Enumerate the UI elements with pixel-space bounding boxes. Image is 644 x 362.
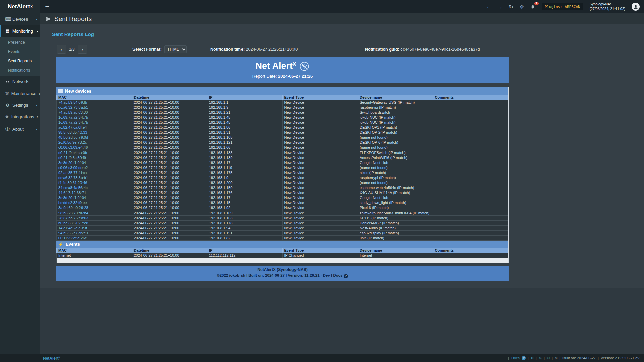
mac-link[interactable]: d0:21:f9:b4:ca:0b xyxy=(58,150,87,155)
table-cell: ac:82:47:ca:0f:e4 xyxy=(57,125,132,130)
table-cell xyxy=(433,100,508,105)
table-row: c0:06:c3:09:de:e22024-06-27 21:25:21+10:… xyxy=(57,165,508,170)
table-row: 1c:69:7a:a2:34:7b2024-06-27 21:25:21+10:… xyxy=(57,120,508,125)
docs-help-icon[interactable]: ? xyxy=(344,274,348,278)
table-cell: 192.168.1.82 xyxy=(207,236,283,241)
format-label: Select Format: xyxy=(132,47,162,52)
bug-report-icon[interactable]: ❄ xyxy=(531,356,534,360)
table-cell: dc:a6:32:73:8a:b1 xyxy=(57,175,132,180)
table-cell: 192.168.1.200 xyxy=(207,180,283,185)
table-cell: (name not found) xyxy=(358,145,433,150)
sent-reports-log-link[interactable]: Sent Reports Log xyxy=(40,24,94,37)
user-avatar[interactable] xyxy=(632,3,640,11)
mac-link[interactable]: d0:21:f9:8c:59:f9 xyxy=(58,156,86,160)
sidebar-item-integrations[interactable]: ❖ Integrations ‹ xyxy=(0,111,40,123)
mac-link[interactable]: c0:06:c3:09:e4:46 xyxy=(58,145,88,149)
notification-count-badge: 7 xyxy=(534,2,539,5)
chevron-left-icon: ‹ xyxy=(37,115,38,119)
table-cell: b0:be:83:51:77:e8 xyxy=(57,221,132,226)
table-cell: 3c:8d:20:f1:9f:04 xyxy=(57,160,132,165)
table-cell xyxy=(433,105,508,110)
app-logo[interactable]: NetAlertX xyxy=(0,0,40,13)
table-cell: 192.168.1.138 xyxy=(207,150,283,155)
sidebar-toggle-button[interactable]: ☰ xyxy=(40,0,54,13)
sidebar-item-network[interactable]: ☷ Network xyxy=(0,76,40,87)
next-page-button[interactable]: › xyxy=(78,45,87,54)
sidebar-item-label: About xyxy=(12,127,24,132)
mac-link[interactable]: 1c:69:7a:a2:34:7b xyxy=(58,120,88,124)
docs-link[interactable]: Docs xyxy=(511,356,520,360)
table-cell: 2024-06-27 21:25:21+10:00 xyxy=(132,180,207,185)
brand-sup: X xyxy=(30,5,33,9)
table-cell: 2024-06-27 21:25:21+10:00 xyxy=(132,226,207,231)
prev-page-button[interactable]: ‹ xyxy=(57,45,66,54)
mac-link[interactable]: 28:87:ba:76:ed:03 xyxy=(58,216,88,220)
blank-row xyxy=(57,258,508,263)
github-icon[interactable]: ⊛ xyxy=(539,356,542,360)
mac-link[interactable]: 2c:f0:5d:9e:73:2c xyxy=(58,140,87,144)
table-cell: 192.168.1.9 xyxy=(207,175,283,180)
sidebar: ⌨ Devices ‹ ▦ Monitoring ‹ Presence Even… xyxy=(0,13,40,354)
sidebar-item-devices[interactable]: ⌨ Devices ‹ xyxy=(0,13,40,25)
mac-link[interactable]: 98:5f:d3:d5:40:33 xyxy=(58,130,87,134)
mac-link[interactable]: 58:b6:23:70:d6:b4 xyxy=(58,211,88,215)
sidebar-item-monitoring[interactable]: ▦ Monitoring ‹ xyxy=(0,25,40,37)
mac-link[interactable]: 74:ac:b9:54:09:fb xyxy=(58,100,87,104)
table-row: ac:82:47:ca:0f:e42024-06-27 21:25:21+10:… xyxy=(57,125,508,130)
mac-link[interactable]: 1c:69:7a:a2:34:7b xyxy=(58,115,88,119)
sidebar-item-notifications[interactable]: Notifications xyxy=(0,66,40,75)
report-table: MACDatetimeIPEvent TypeDevice nameCommen… xyxy=(56,95,508,241)
sidebar-item-settings[interactable]: ⚙ Settings ‹ xyxy=(0,99,40,111)
refresh-button[interactable]: ↻ xyxy=(509,4,514,9)
mac-link[interactable]: 3a:9d:69:e0:29:28 xyxy=(58,206,88,210)
notification-guid-label: Notification guid: xyxy=(365,47,399,52)
table-row: 3c:8d:20:f1:9f:042024-06-27 21:25:21+10:… xyxy=(57,195,508,200)
mac-link[interactable]: 94:b5:55:c7:cb:e0 xyxy=(58,231,88,235)
back-button[interactable]: ← xyxy=(486,4,491,9)
mac-link[interactable]: 3c:8d:20:f1:9f:04 xyxy=(58,196,86,200)
mac-link[interactable]: f4:4d:30:61:20:46 xyxy=(58,181,87,185)
mac-link[interactable]: 84:cc:a8:4a:56:4c xyxy=(58,186,88,190)
table-cell: 2024-06-27 21:25:21+10:00 xyxy=(132,135,207,140)
mac-link[interactable]: 00:11:32:ef:a5:6c xyxy=(58,236,87,240)
table-cell: 192.168.1.17 xyxy=(207,195,283,200)
sidebar-item-maintenance[interactable]: ⚒ Maintenance ‹ xyxy=(0,87,40,99)
mac-link[interactable]: c0:06:c3:09:de:e2 xyxy=(58,166,88,170)
column-header: Event Type xyxy=(282,95,358,100)
top-navbar: NetAlertX ☰ ← → ↻ ✥ 7 Plugins: ARPSCAN S… xyxy=(0,0,644,13)
mac-link[interactable]: b0:be:83:51:77:e8 xyxy=(58,221,88,225)
sidebar-item-sent-reports[interactable]: Sent Reports xyxy=(0,56,40,66)
mac-link[interactable]: 44:6f:f8:12:68:71 xyxy=(58,191,86,195)
forward-button[interactable]: → xyxy=(498,4,503,9)
table-row: d0:21:f9:8c:59:f92024-06-27 21:25:21+10:… xyxy=(57,155,508,160)
footer-brand[interactable]: NetAlertX xyxy=(43,356,60,361)
format-select[interactable]: HTML xyxy=(164,45,187,53)
table-cell: 192.168.1.1 xyxy=(207,100,283,105)
help-icon[interactable]: ? xyxy=(522,356,526,360)
mac-link[interactable]: dc:a6:32:73:8a:b1 xyxy=(58,176,88,180)
mac-link[interactable]: ac:82:47:ca:0f:e4 xyxy=(58,125,87,129)
table-cell: 2024-06-27 21:25:21+10:00 xyxy=(132,150,207,155)
sidebar-item-about[interactable]: ⓘ About ‹ xyxy=(0,123,40,135)
table-cell: (name not found) xyxy=(358,180,433,185)
plugins-status-badge[interactable]: Plugins: ARPSCAN xyxy=(542,3,583,10)
table-cell: New Device xyxy=(282,221,358,226)
report-date: Report Date: 2024-06-27 21:26 xyxy=(56,74,509,79)
mac-link[interactable]: 92:ac:85:77:fd:ca xyxy=(58,171,87,175)
sidebar-item-events[interactable]: Events xyxy=(0,47,40,56)
mac-link[interactable]: 14:c1:4e:2e:a3:3f xyxy=(58,226,87,230)
mac-link[interactable]: 3c:8d:20:f1:9f:04 xyxy=(58,161,86,165)
sidebar-item-presence[interactable]: Presence xyxy=(0,38,40,47)
mac-link[interactable]: dc:a6:32:73:8a:b1 xyxy=(58,105,88,109)
mac-link[interactable]: bc:dd:c2:32:f9:ee xyxy=(58,201,87,205)
table-cell: 192.168.1.176 xyxy=(207,190,283,195)
notifications-bell-button[interactable]: 7 xyxy=(530,4,535,9)
mail-icon[interactable]: ✉ xyxy=(547,356,550,360)
mac-link[interactable]: 74:ac:b9:ad:c3:30 xyxy=(58,110,88,114)
table-cell xyxy=(433,195,508,200)
table-cell xyxy=(433,150,508,155)
mac-link[interactable]: 48:b0:2d:5c:79:0d xyxy=(58,135,88,139)
table-cell: New Device xyxy=(282,140,358,145)
move-button[interactable]: ✥ xyxy=(520,4,524,9)
table-cell: 192.168.1.178 xyxy=(207,221,283,226)
